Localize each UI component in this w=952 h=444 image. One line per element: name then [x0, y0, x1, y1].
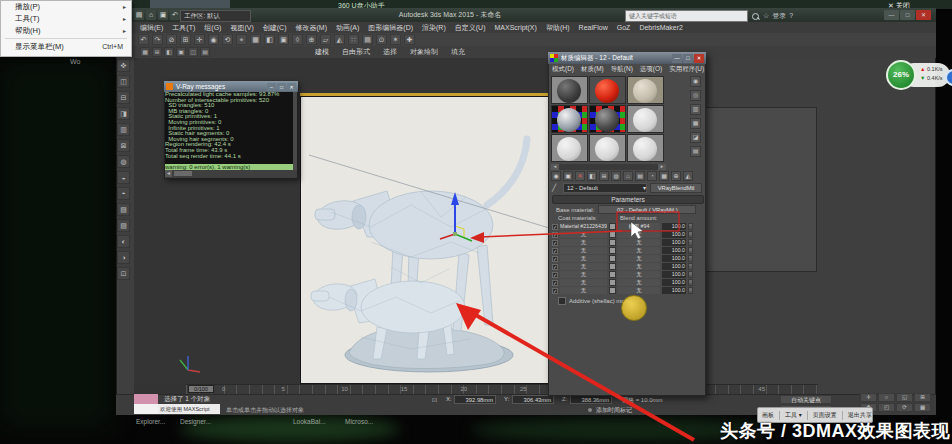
left-toolbar-icon[interactable]: ⊟ — [117, 91, 130, 104]
context-menu-item-help[interactable]: 帮助(H)▸ — [1, 25, 131, 37]
sample-slot[interactable] — [589, 134, 626, 162]
sample-tool-icon[interactable]: ▤ — [690, 146, 701, 157]
coat-material-button[interactable]: Material #2122643918 — [560, 223, 607, 230]
left-toolbar-icon[interactable]: ◍ — [117, 155, 130, 168]
pick-material-icon[interactable]: ╱ — [552, 184, 560, 192]
blend-map-button[interactable]: 无 — [618, 287, 660, 294]
coat-enable-checkbox[interactable] — [552, 272, 558, 278]
toolbar-icon[interactable]: ▤ — [362, 34, 373, 45]
blend-color-swatch[interactable] — [609, 287, 616, 294]
z-coordinate-field[interactable]: 388.36mm — [570, 395, 612, 404]
menu-item[interactable]: MAXScript(X) — [494, 22, 536, 33]
blend-map-button[interactable]: 贴图 #94 — [618, 223, 660, 230]
camera-viewport[interactable] — [300, 96, 562, 384]
blend-color-swatch[interactable] — [609, 247, 616, 254]
left-toolbar-icon[interactable]: ⊡ — [117, 267, 130, 280]
left-toolbar-icon[interactable]: ⊠ — [117, 139, 130, 152]
material-editor-titlebar[interactable]: 材质编辑器 - 12 - Default — □ ✕ — [548, 52, 706, 64]
context-menu-item-show-menubar[interactable]: 显示菜单栏(M)Ctrl+M — [1, 40, 131, 53]
left-toolbar-icon[interactable]: ▨ — [117, 219, 130, 232]
spinner[interactable] — [688, 231, 693, 238]
auto-key-button[interactable]: 自动关键点 — [780, 395, 832, 404]
maxscript-mini-listener[interactable] — [134, 394, 158, 414]
material-tool-icon[interactable]: ⊞ — [599, 171, 609, 181]
ribbon-icon[interactable]: ⊞ — [152, 47, 162, 57]
menu-item[interactable]: 视图(V) — [230, 22, 253, 33]
left-toolbar-icon[interactable]: ◨ — [117, 107, 130, 120]
toolbar-icon[interactable]: ↶ — [138, 34, 149, 45]
close-button[interactable]: ✕ — [916, 10, 931, 20]
menu-item[interactable]: 导航(N) — [611, 64, 633, 74]
minimize-button[interactable]: – — [267, 83, 276, 91]
sample-slot[interactable] — [589, 76, 626, 104]
coat-material-button[interactable]: 无 — [560, 287, 607, 294]
context-menu-item-tools[interactable]: 工具(T)▸ — [1, 13, 131, 25]
infocenter-search-input[interactable]: 键入关键字或短语 — [625, 10, 748, 22]
taskbar-item[interactable]: Designer... — [180, 418, 211, 425]
blend-color-swatch[interactable] — [609, 279, 616, 286]
help-icon[interactable]: ? — [789, 11, 793, 21]
ribbon-icon[interactable]: ◧ — [164, 47, 174, 57]
spinner[interactable] — [688, 255, 693, 262]
blend-amount-value[interactable]: 100.0 — [662, 223, 686, 230]
sample-slot[interactable] — [589, 105, 626, 133]
ribbon-tab[interactable]: 建模 — [315, 47, 329, 57]
viewport-nav-icon[interactable]: ◰ — [878, 403, 895, 412]
blend-amount-value[interactable]: 100.0 — [662, 271, 686, 278]
scroll-left-icon[interactable]: ◄ — [165, 170, 172, 177]
vray-vertical-scrollbar[interactable] — [293, 92, 297, 170]
minimize-button[interactable]: — — [884, 10, 899, 20]
toolbar-icon[interactable]: ∷ — [348, 34, 359, 45]
material-tool-icon[interactable]: ▤ — [635, 171, 645, 181]
quick-access-icon[interactable]: ▤ — [134, 10, 144, 20]
ribbon-icon[interactable]: ▦ — [140, 47, 150, 57]
menu-item[interactable]: 渲染(R) — [422, 22, 446, 33]
coat-material-button[interactable]: 无 — [560, 239, 607, 246]
left-toolbar-icon[interactable]: ◓ — [117, 187, 130, 200]
blend-map-button[interactable]: 无 — [618, 239, 660, 246]
left-toolbar-icon[interactable]: ▥ — [117, 123, 130, 136]
material-tool-icon[interactable]: ⌂ — [623, 171, 633, 181]
ribbon-tab[interactable]: 自由形式 — [342, 47, 370, 57]
quick-access-icon[interactable]: ↶ — [170, 10, 180, 20]
left-toolbar-icon[interactable]: ▧ — [117, 203, 130, 216]
coat-material-button[interactable]: 无 — [560, 247, 607, 254]
sample-slot[interactable] — [551, 134, 588, 162]
spinner[interactable] — [688, 223, 693, 230]
menu-item[interactable]: 选项(O) — [640, 64, 662, 74]
ribbon-icon[interactable]: ▣ — [176, 47, 186, 57]
close-button[interactable]: ✕ — [287, 83, 296, 91]
menu-item[interactable]: 模式(D) — [552, 64, 574, 74]
vray-horizontal-scrollbar[interactable]: ◄ — [165, 170, 297, 177]
blend-color-swatch[interactable] — [609, 271, 616, 278]
toolbar-icon[interactable]: ◊ — [292, 34, 303, 45]
menu-item[interactable]: 材质(M) — [581, 64, 604, 74]
coat-enable-checkbox[interactable] — [552, 224, 558, 230]
add-time-tag-button[interactable]: 添加时间标记 — [596, 406, 632, 415]
x-coordinate-field[interactable]: 392.98mm — [454, 395, 496, 404]
coat-material-button[interactable]: 无 — [560, 263, 607, 270]
sample-slot[interactable] — [627, 76, 664, 104]
toolbar-icon[interactable]: ⊞ — [180, 34, 191, 45]
menu-item[interactable]: 实用程序(U) — [669, 64, 704, 74]
coat-material-button[interactable]: 无 — [560, 271, 607, 278]
quick-access-icon[interactable]: ⌂ — [146, 10, 156, 20]
vray-messages-titlebar[interactable]: V-Ray messages – □ ✕ — [164, 81, 298, 92]
material-tool-icon[interactable]: ▣ — [563, 171, 573, 181]
spinner[interactable] — [688, 247, 693, 254]
blend-color-swatch[interactable] — [609, 263, 616, 270]
maximize-button[interactable]: □ — [277, 83, 286, 91]
menu-item[interactable]: 工具(T) — [172, 22, 195, 33]
coat-enable-checkbox[interactable] — [552, 264, 558, 270]
toolbar-icon[interactable]: ◉ — [208, 34, 219, 45]
y-coordinate-field[interactable]: 306.43mm — [512, 395, 554, 404]
toolbar-icon[interactable]: ◭ — [334, 34, 345, 45]
blend-color-swatch[interactable] — [609, 255, 616, 262]
time-slider-ruler[interactable]: 051015202530354045 — [186, 384, 818, 394]
toolbar-icon[interactable]: ✚ — [404, 34, 415, 45]
favorites-star-icon[interactable]: ☆ — [763, 11, 769, 21]
blend-color-swatch[interactable] — [609, 239, 616, 246]
scroll-left-icon[interactable]: ◄ — [551, 164, 559, 170]
menu-item[interactable]: 自定义(U) — [455, 22, 486, 33]
coat-enable-checkbox[interactable] — [552, 232, 558, 238]
